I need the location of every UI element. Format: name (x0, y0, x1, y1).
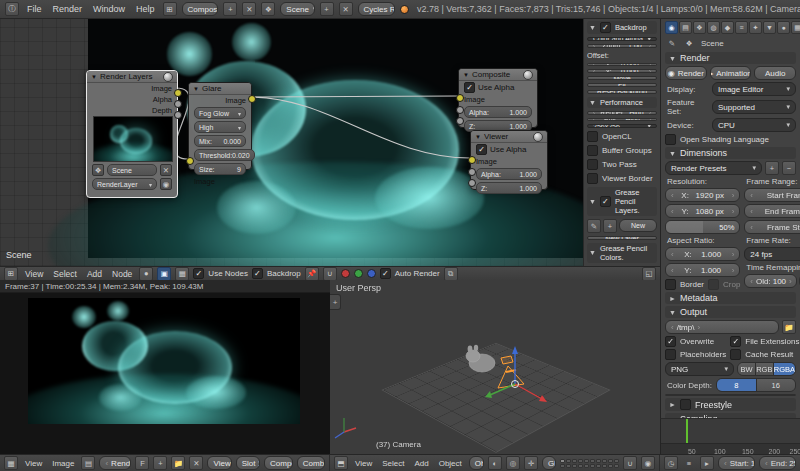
node-header[interactable]: ▼Composite (459, 69, 537, 81)
dimensions-panel-header[interactable]: ▼Dimensions (665, 147, 796, 159)
glare-mix-field[interactable]: Mix:0.000 (194, 135, 246, 147)
editor-type-icon[interactable]: ⓘ (5, 2, 19, 16)
use-alpha-checkbox[interactable] (476, 144, 487, 155)
snap-icon[interactable]: ∪ (323, 267, 337, 281)
use-nodes-checkbox[interactable] (193, 268, 204, 279)
rl-alpha-socket[interactable] (174, 100, 182, 108)
menu-node[interactable]: Node (109, 269, 135, 279)
remove-preset-icon[interactable]: − (782, 161, 796, 175)
menu-file[interactable]: File (24, 4, 45, 14)
add-icon[interactable]: + (603, 219, 617, 233)
performance-panel-header[interactable]: ▼Performance (587, 97, 657, 108)
toolshelf-expand-tab[interactable]: + (330, 294, 341, 310)
move-button[interactable]: Move (587, 76, 657, 80)
compression-slider[interactable]: Compression:15% (665, 394, 796, 396)
device-selector[interactable]: CPU (712, 118, 796, 132)
pin-icon[interactable]: 📌 (305, 267, 319, 281)
frame-rate-selector[interactable]: 24 fps (744, 247, 800, 261)
frame-step-field[interactable]: Frame Step:1 (744, 220, 800, 234)
glare-image-out-socket[interactable] (248, 95, 256, 103)
perf-chunks-selector[interactable]: 256x256 (587, 124, 657, 128)
two-pass-checkbox[interactable] (587, 159, 598, 170)
screen-layout-selector[interactable]: Compositing (182, 2, 219, 16)
scene-icon[interactable]: ❖ (261, 2, 275, 16)
transform-manipulator[interactable] (485, 346, 547, 402)
pencil-icon[interactable]: ✎ (587, 219, 601, 233)
node-header[interactable]: ▼Render Layers (87, 71, 177, 83)
backdrop-zoom-field[interactable]: Zoom:1.00 (587, 44, 657, 48)
glare-image-in-socket[interactable] (186, 157, 194, 165)
rgb-option[interactable]: RGB (756, 363, 774, 375)
close-layout-icon[interactable]: ✕ (242, 2, 256, 16)
crop-checkbox[interactable] (708, 279, 719, 290)
auto-render-checkbox[interactable] (380, 268, 391, 279)
image-datablock-field[interactable]: Render Result (99, 456, 131, 470)
scene-datablock-icon[interactable]: ❖ (92, 164, 104, 176)
gp-new-button[interactable]: New (619, 219, 657, 232)
viewer-image-socket[interactable] (468, 156, 476, 164)
pin-id-icon[interactable]: ✎ (665, 36, 679, 50)
freestyle-panel-header[interactable]: ►Freestyle (665, 398, 796, 411)
node-header[interactable]: ▼Glare (189, 83, 251, 95)
unlink-icon[interactable]: ✕ (160, 164, 172, 176)
node-render-layers[interactable]: ▼Render Layers Image Alpha Depth ❖ Scene… (86, 70, 178, 198)
backdrop-x-field[interactable]: X:0.000 (587, 63, 657, 67)
playback-icon[interactable]: ▸ (700, 456, 714, 470)
red-channel-icon[interactable] (341, 269, 350, 278)
aspect-x-field[interactable]: X:1.000 (665, 247, 740, 261)
render-button[interactable]: ◉Render (665, 66, 707, 80)
glare-type-selector[interactable]: Fog Glow (194, 107, 246, 119)
blue-channel-icon[interactable] (367, 269, 376, 278)
menu-add[interactable]: Add (84, 269, 105, 279)
output-path-field[interactable]: /tmp\ (665, 320, 779, 334)
mode-selector[interactable]: Object Mode (469, 456, 484, 470)
metadata-panel-header[interactable]: ►Metadata (665, 292, 796, 304)
menu-view[interactable]: View (22, 459, 45, 468)
resolution-x-field[interactable]: X:1920 px (665, 188, 740, 202)
view-mode-selector[interactable]: View (207, 456, 231, 470)
reset-backdrop-button[interactable]: Reset Backdrop (587, 90, 657, 94)
aspect-y-field[interactable]: Y:1.000 (665, 263, 740, 277)
layout-swap-icon[interactable]: ◱ (642, 267, 656, 281)
image-datablock-icon[interactable]: ▤ (81, 456, 95, 470)
backdrop-enable-checkbox[interactable] (600, 22, 611, 33)
file-extensions-checkbox[interactable] (730, 336, 741, 347)
resolution-y-field[interactable]: Y:1080 px (665, 204, 740, 218)
tab-texture-icon[interactable]: ▦ (791, 21, 800, 34)
menu-window[interactable]: Window (90, 4, 128, 14)
fit-button[interactable]: Fit (587, 83, 657, 87)
node-glare[interactable]: ▼Glare Image Fog Glow High Mix:0.000 Thr… (188, 82, 252, 170)
rgba-option[interactable]: RGBA (774, 363, 795, 375)
depth-16-option[interactable]: 16 (757, 379, 796, 391)
composite-image-socket[interactable] (456, 94, 464, 102)
end-frame-field[interactable]: End Frame:250 (744, 204, 800, 218)
manipulator-icon[interactable]: ✛ (524, 456, 538, 470)
start-frame-field[interactable]: Start:1 (718, 456, 755, 470)
composite-z-socket[interactable] (456, 117, 464, 125)
rl-depth-socket[interactable] (174, 111, 182, 119)
depth-8-option[interactable]: 8 (717, 379, 757, 391)
editor-type-icon[interactable]: ▦ (4, 456, 18, 470)
menu-render[interactable]: Render (50, 4, 86, 14)
gp-new-layer-button[interactable]: New Layer (587, 236, 657, 240)
render-panel-header[interactable]: ▼Render (665, 52, 796, 64)
cache-result-checkbox[interactable] (730, 349, 741, 360)
menu-select[interactable]: Select (50, 269, 80, 279)
resolution-percentage-slider[interactable]: 50% (665, 220, 740, 234)
close-scene-icon[interactable]: ✕ (339, 2, 353, 16)
display-selector[interactable]: Image Editor (712, 82, 796, 96)
node-composite[interactable]: ▼Composite Use Alpha Image Alpha:1.000 Z… (458, 68, 538, 128)
editor-type-icon[interactable]: ◷ (664, 456, 678, 470)
osl-checkbox[interactable] (665, 134, 676, 145)
rl-image-socket[interactable] (174, 89, 182, 97)
copy-icon[interactable]: ⧉ (444, 267, 458, 281)
menu-view[interactable]: View (22, 269, 46, 279)
placeholders-checkbox[interactable] (665, 349, 676, 360)
render-presets-selector[interactable]: Render Presets (665, 161, 762, 175)
layers-grid[interactable] (560, 459, 619, 468)
viewer-alpha-socket[interactable] (468, 168, 476, 176)
rl-layer-selector[interactable]: RenderLayer (92, 178, 157, 190)
add-layout-icon[interactable]: + (223, 2, 237, 16)
node-viewer[interactable]: ▼Viewer Use Alpha Image Alpha:1.000 Z:1.… (470, 130, 548, 190)
viewport-shading-icon[interactable]: ◐ (488, 456, 502, 470)
